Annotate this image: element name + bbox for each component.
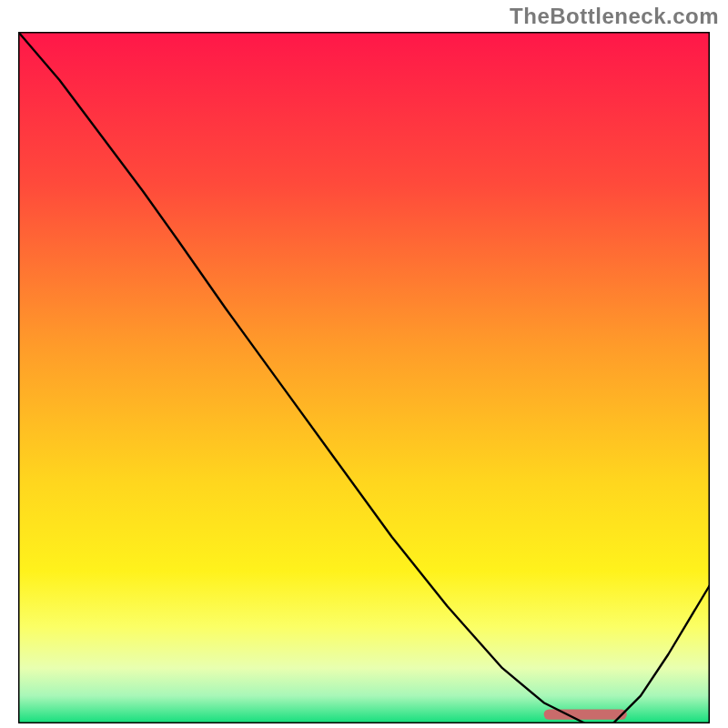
optimal-band-marker [544, 709, 627, 719]
watermark-text: TheBottleneck.com [510, 4, 719, 29]
chart-svg [18, 32, 710, 723]
chart-stage: TheBottleneck.com [0, 0, 728, 728]
gradient-background [18, 32, 710, 723]
plot-area [18, 32, 710, 723]
